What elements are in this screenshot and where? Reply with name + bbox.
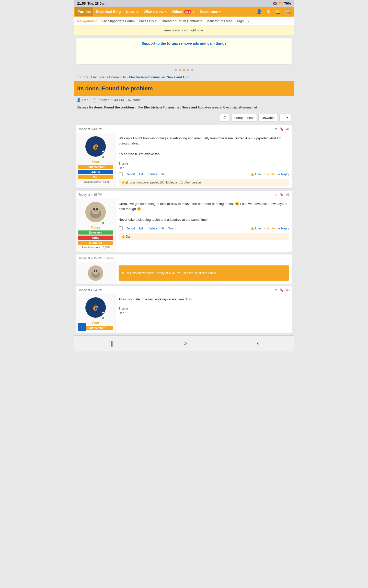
- post-2-checkbox[interactable]: [119, 226, 123, 230]
- bottom-nav: ||| ○ ‹: [74, 335, 294, 351]
- secondary-nav-mark-forums[interactable]: Mark forums read: [204, 17, 235, 26]
- post-2-bookmark-icon[interactable]: 🔖: [280, 193, 284, 197]
- post-1-badge-staff: Staff member: [78, 165, 113, 169]
- secondary-nav-site-supporters[interactable]: Site Supporters Forum: [99, 17, 137, 26]
- post-1-divider: [119, 159, 289, 159]
- post-3-username: Dan: [92, 321, 99, 325]
- post-3-divider: [119, 304, 289, 304]
- nav-item-news[interactable]: News ▼: [123, 7, 141, 16]
- post-2-quote-btn[interactable]: + Quote: [263, 226, 276, 231]
- top-nav: Forums Electrical Blog News ▼ What's new…: [74, 7, 294, 17]
- secondary-nav-pros-only[interactable]: Pro's Only ▼: [137, 17, 159, 26]
- carousel-dot-4[interactable]: [187, 69, 189, 71]
- post-2-reply-btn[interactable]: ↩ Reply: [278, 227, 289, 230]
- post-3-number: #3: [286, 288, 290, 292]
- check-icon-btn[interactable]: ☑: [220, 114, 230, 121]
- bottom-nav-menu[interactable]: |||: [104, 339, 119, 348]
- mute-icon: 🔇: [273, 2, 277, 5]
- thread-description: Discuss Its done. Found the problem in t…: [74, 104, 294, 113]
- post-2-share-icon[interactable]: ⬆: [275, 193, 277, 197]
- post-1-like-btn[interactable]: 👍 Like: [250, 173, 261, 176]
- post-3-body: e f Dan Staff member ← Afraid so mate. T…: [76, 294, 292, 333]
- post-1-quote-btn[interactable]: + Quote: [263, 172, 276, 177]
- thread-meta: 👤 Dan · 🕐 Today at 3:43 PM · 🏷 None: [74, 96, 294, 104]
- thread-tags: None: [133, 98, 141, 102]
- carousel-dot-2[interactable]: [179, 69, 181, 71]
- nav-item-whats-new[interactable]: What's new ▼: [141, 7, 169, 16]
- secondary-nav-navigation[interactable]: Navigation ▼: [75, 17, 99, 26]
- thread-title-bar: Its done. Found the problem: [74, 81, 294, 96]
- carousel-dot-3[interactable]: [183, 69, 185, 71]
- navigation-chevron-icon: ▼: [95, 20, 97, 22]
- bell-icon-btn[interactable]: 🔔: [273, 7, 283, 17]
- post-2-like-btn[interactable]: 👍 Like: [250, 227, 261, 230]
- nav-item-blog[interactable]: Electrical Blog: [93, 7, 123, 16]
- post-1-delete-btn[interactable]: Delete: [147, 172, 158, 177]
- carousel-dot-1[interactable]: [175, 69, 177, 71]
- post-2-time: Today at 4:15 PM: [78, 193, 102, 197]
- profile-icon-btn[interactable]: 👤: [254, 7, 264, 17]
- videos-badge: 553: [184, 10, 191, 14]
- bottom-nav-home[interactable]: ○: [178, 339, 192, 348]
- post-3-bookmark-icon[interactable]: 🔖: [280, 288, 284, 292]
- unwatch-button[interactable]: Unwatch: [258, 114, 278, 121]
- post-1-bookmark-icon[interactable]: 🔖: [280, 127, 284, 131]
- secondary-nav: Navigation ▼ Site Supporters Forum Pro's…: [74, 17, 294, 26]
- banner-notice: emails are down right now.: [74, 26, 294, 35]
- bottom-nav-back[interactable]: ‹: [252, 339, 264, 348]
- breadcrumb-community[interactable]: Electricians Community: [91, 75, 126, 79]
- status-bar: 21:55 Tue, 28 Jan 🔇 📶 76%: [74, 0, 294, 7]
- thread-title-inline: Its done. Found the problem: [89, 105, 134, 109]
- post-3-content: Afraid so mate. The last working version…: [116, 294, 292, 333]
- pros-only-chevron-icon: ▼: [155, 20, 157, 22]
- thread-time: Today at 3:43 PM: [98, 98, 124, 102]
- post-2-delete-btn[interactable]: Delete: [147, 226, 158, 231]
- post-1-online-dot: [102, 156, 105, 159]
- carousel-dot-5[interactable]: [191, 69, 193, 71]
- post-1-report-btn[interactable]: Report: [125, 172, 136, 177]
- post-2-report-btn[interactable]: Report: [125, 226, 136, 231]
- post-1-reply-btn[interactable]: ↩ Reply: [278, 173, 289, 176]
- post-2-badge-arms: Arms: [78, 236, 113, 240]
- post-2-edit-btn[interactable]: Edit: [138, 226, 145, 231]
- status-time: 21:55 Tue, 28 Jan: [77, 2, 105, 5]
- breadcrumb: Forums › Electricians Community › Electr…: [74, 73, 294, 81]
- secondary-nav-tags[interactable]: Tags: [235, 17, 246, 26]
- whats-new-chevron-icon: ▼: [164, 10, 167, 13]
- post-3-online-dot: [102, 317, 105, 320]
- post-1-edit-btn[interactable]: Edit: [138, 172, 145, 177]
- breadcrumb-forums[interactable]: Forums: [77, 75, 88, 79]
- post-2-online-dot: [102, 221, 105, 224]
- post-2-reaction-score: Reaction score: 3,019: [82, 246, 110, 249]
- post-1-ip-btn[interactable]: IP: [160, 172, 165, 177]
- mail-icon-btn[interactable]: ✉: [264, 7, 272, 17]
- wifi-icon: 📶: [279, 2, 283, 5]
- post-2-badge-supporter: Supporter: [78, 241, 113, 245]
- ad-banner-link[interactable]: Support to the forum, remove ads and gai…: [142, 41, 226, 45]
- post-1-share-icon[interactable]: ⬆: [275, 127, 277, 131]
- secondary-nav-thread-controls[interactable]: Thread or Forum Controls ▼: [159, 17, 204, 26]
- svg-point-9: [94, 270, 95, 272]
- jump-to-new-button[interactable]: Jump to new: [231, 114, 257, 121]
- deleted-post-avatar: [88, 265, 103, 281]
- thread-title: Its done. Found the problem: [77, 85, 291, 92]
- post-2-text: Great. I've got something to look at now…: [119, 201, 289, 223]
- svg-point-8: [93, 268, 99, 275]
- post-2-warn-btn[interactable]: Warn: [167, 226, 177, 231]
- reply-icon: ↩: [278, 173, 280, 176]
- tag-icon: 🏷: [128, 98, 131, 102]
- search-icon-btn[interactable]: 🔍: [283, 7, 293, 17]
- back-button[interactable]: ←: [78, 323, 86, 331]
- like-icon: 👍: [250, 173, 254, 176]
- breadcrumb-sep-3: ›: [193, 75, 194, 79]
- nav-item-forums[interactable]: Forums: [75, 7, 93, 16]
- like-icon-2: 👍: [250, 227, 254, 230]
- post-3-share-icon[interactable]: ⬆: [275, 288, 277, 292]
- nav-item-videos[interactable]: Videos 553 ▼: [169, 7, 197, 16]
- post-1-checkbox[interactable]: [119, 172, 123, 176]
- more-actions-button[interactable]: ··· ▼: [279, 114, 291, 121]
- post-1-user-col: e f Dan Staff member Admin Mod Reaction …: [76, 133, 116, 188]
- secondary-nav-more-icon[interactable]: ›: [246, 17, 251, 26]
- nav-item-resources[interactable]: Resources ▼: [197, 7, 224, 16]
- post-2-ip-btn[interactable]: IP: [160, 226, 165, 231]
